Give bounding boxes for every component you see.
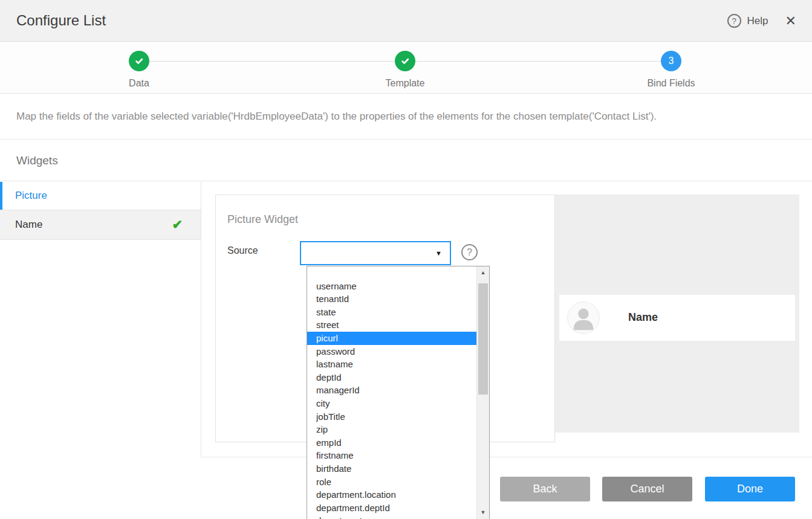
widget-panel-title: Picture Widget <box>227 213 298 226</box>
wizard-steps: Data Template 3 Bind Fields <box>0 42 812 94</box>
close-icon[interactable]: ✕ <box>785 15 796 28</box>
dropdown-option[interactable]: street <box>307 318 476 332</box>
done-button[interactable]: Done <box>705 477 795 501</box>
sidebar-item-picture[interactable]: Picture <box>0 182 201 210</box>
source-select[interactable]: ▼ <box>300 241 451 265</box>
dropdown-option[interactable]: password <box>307 345 476 358</box>
dropdown-option[interactable]: username <box>307 280 476 293</box>
scroll-down-icon[interactable]: ▼ <box>477 508 489 518</box>
dropdown-option[interactable]: department.name <box>307 514 476 519</box>
cancel-button[interactable]: Cancel <box>602 477 692 501</box>
step-done-check-icon <box>129 51 149 71</box>
dropdown-option[interactable]: managerId <box>307 384 476 397</box>
dropdown-option-blank[interactable] <box>307 266 476 280</box>
mapping-description: Map the fields of the variable selected … <box>0 94 812 140</box>
widgets-section-title: Widgets <box>0 140 812 181</box>
source-help-icon[interactable]: ? <box>461 244 478 260</box>
sidebar-item-name[interactable]: Name ✔ <box>0 210 201 240</box>
scrollbar-thumb[interactable] <box>478 283 488 395</box>
help-icon[interactable]: ? <box>727 14 741 28</box>
sidebar-item-label: Name <box>15 219 42 231</box>
dropdown-option[interactable]: deptId <box>307 371 476 384</box>
template-preview-panel: Name <box>555 195 799 433</box>
header-actions: ? Help ✕ <box>727 14 796 28</box>
dropdown-option[interactable]: department.location <box>307 488 476 501</box>
dropdown-option[interactable]: zip <box>307 423 476 436</box>
step-bind-fields[interactable]: 3 Bind Fields <box>617 51 726 89</box>
source-field-label: Source <box>227 245 258 256</box>
dropdown-option[interactable]: empId <box>307 436 476 450</box>
dropdown-options: username tenantId state street picurl pa… <box>307 266 476 519</box>
dropdown-option[interactable]: role <box>307 475 476 489</box>
dropdown-option-highlighted[interactable]: picurl <box>307 332 476 345</box>
back-button[interactable]: Back <box>500 477 590 501</box>
page-title: Configure List <box>16 12 106 29</box>
help-link[interactable]: Help <box>747 15 768 27</box>
mapped-check-icon: ✔ <box>172 218 183 232</box>
step-label: Bind Fields <box>617 78 726 89</box>
dropdown-option[interactable]: state <box>307 306 476 319</box>
dropdown-option[interactable]: department.deptId <box>307 501 476 515</box>
dropdown-scrollbar[interactable]: ▲ ▼ <box>476 266 489 519</box>
dropdown-option[interactable]: lastname <box>307 358 476 371</box>
chevron-down-icon: ▼ <box>435 250 442 257</box>
dropdown-option[interactable]: firstname <box>307 449 476 462</box>
source-dropdown-list: username tenantId state street picurl pa… <box>307 266 490 519</box>
dropdown-option[interactable]: city <box>307 397 476 410</box>
step-number-badge: 3 <box>661 51 681 71</box>
dropdown-option[interactable]: birthdate <box>307 462 476 475</box>
scroll-up-icon[interactable]: ▲ <box>477 268 489 278</box>
dropdown-option[interactable]: jobTitle <box>307 410 476 424</box>
step-label: Template <box>351 78 460 89</box>
widgets-sidebar: Picture Name ✔ <box>0 182 201 457</box>
dialog-header: Configure List ? Help ✕ <box>0 0 812 42</box>
preview-name-label: Name <box>628 311 658 324</box>
step-data[interactable]: Data <box>85 51 193 89</box>
sidebar-item-label: Picture <box>15 190 47 202</box>
contact-list-preview-card: Name <box>559 295 795 341</box>
step-done-check-icon <box>395 51 415 71</box>
step-label: Data <box>85 78 193 89</box>
step-template[interactable]: Template <box>351 51 460 89</box>
avatar-placeholder-icon <box>567 301 600 334</box>
dropdown-option[interactable]: tenantId <box>307 292 476 306</box>
